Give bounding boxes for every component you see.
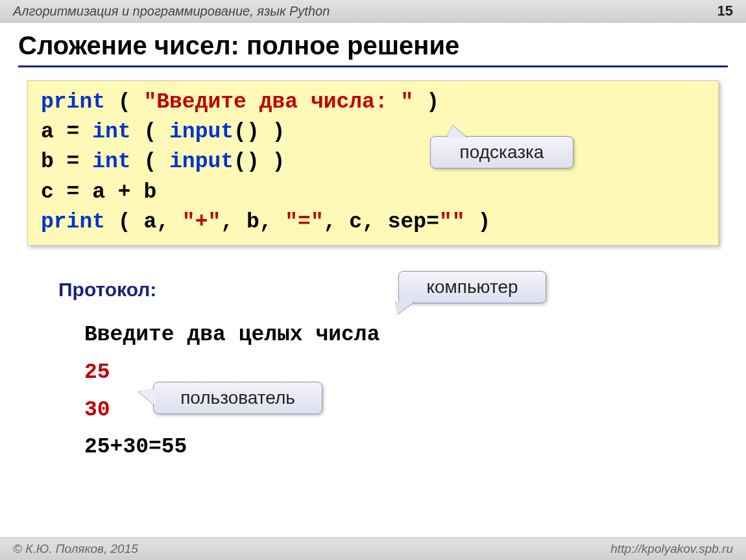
callout-tail-icon: [446, 125, 467, 138]
header-topic: Алгоритмизация и программирование, язык …: [13, 4, 330, 19]
callout-computer-label: компьютер: [426, 277, 518, 297]
code-block: print ( "Введите два числа: " ) a = int …: [27, 80, 719, 246]
keyword-input: input: [169, 120, 234, 144]
page-number: 15: [717, 3, 733, 19]
keyword-print: print: [41, 210, 105, 234]
footer-url: http://kpolyakov.spb.ru: [610, 542, 733, 556]
protocol-label: Протокол:: [58, 279, 156, 301]
string-literal: "Введите два числа: ": [143, 90, 413, 114]
code-line-5: print ( a, "+", b, "=", c, sep="" ): [41, 207, 705, 237]
callout-hint-label: подсказка: [460, 142, 544, 162]
callout-user: пользователь: [153, 382, 322, 414]
footer-bar: © К.Ю. Поляков, 2015 http://kpolyakov.sp…: [0, 537, 746, 560]
protocol-prompt: Введите два целых числа: [84, 316, 379, 354]
keyword-print: print: [41, 90, 105, 114]
header-bar: Алгоритмизация и программирование, язык …: [0, 0, 746, 23]
callout-hint: подсказка: [430, 136, 573, 169]
code-line-4: c = a + b: [41, 178, 705, 207]
footer-author: © К.Ю. Поляков, 2015: [13, 542, 138, 556]
code-line-2: a = int ( input() ): [41, 117, 705, 147]
callout-user-label: пользователь: [180, 388, 295, 408]
code-line-3: b = int ( input() ): [41, 147, 705, 177]
protocol-result: 25+30=55: [84, 428, 379, 466]
keyword-int: int: [92, 150, 130, 174]
keyword-int: int: [92, 120, 130, 144]
code-line-1: print ( "Введите два числа: " ): [41, 88, 705, 117]
callout-computer: компьютер: [398, 271, 546, 303]
keyword-input: input: [169, 150, 234, 174]
slide: Алгоритмизация и программирование, язык …: [0, 0, 746, 560]
callout-tail-icon: [395, 301, 415, 314]
page-title: Сложение чисел: полное решение: [18, 31, 728, 67]
callout-tail-icon: [138, 389, 155, 406]
